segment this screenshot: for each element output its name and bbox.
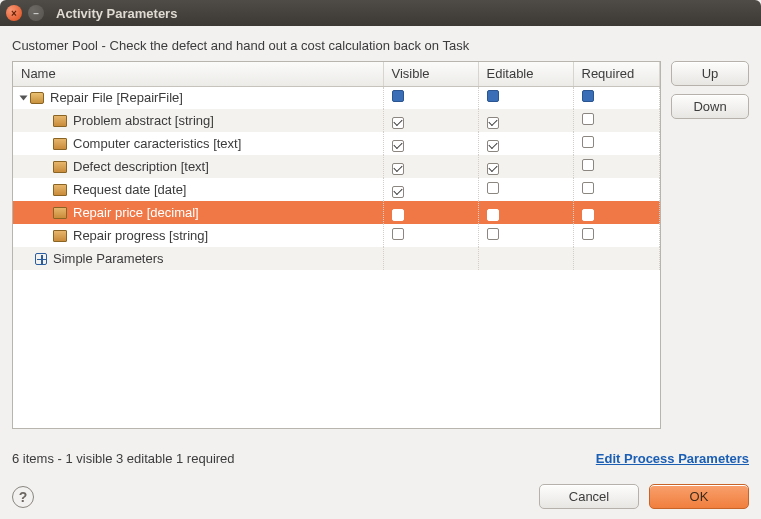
chevron-down-icon[interactable] bbox=[20, 95, 28, 100]
package-icon bbox=[30, 92, 44, 104]
checkbox[interactable] bbox=[582, 209, 594, 221]
table-row[interactable]: Repair price [decimal] bbox=[13, 201, 660, 224]
ok-button[interactable]: OK bbox=[649, 484, 749, 509]
checkbox[interactable] bbox=[582, 159, 594, 171]
field-icon bbox=[53, 184, 67, 196]
checkbox[interactable] bbox=[487, 163, 499, 175]
checkbox[interactable] bbox=[487, 182, 499, 194]
parameters-table: Name Visible Editable Required Repair Fi… bbox=[12, 61, 661, 429]
row-label: Repair progress [string] bbox=[73, 228, 208, 243]
checkbox[interactable] bbox=[487, 228, 499, 240]
row-label: Computer caracteristics [text] bbox=[73, 136, 241, 151]
col-visible[interactable]: Visible bbox=[383, 62, 478, 86]
down-button[interactable]: Down bbox=[671, 94, 749, 119]
checkbox[interactable] bbox=[392, 186, 404, 198]
field-icon bbox=[53, 138, 67, 150]
checkbox[interactable] bbox=[582, 136, 594, 148]
table-row[interactable]: Repair File [RepairFile] bbox=[13, 86, 660, 109]
checkbox[interactable] bbox=[392, 140, 404, 152]
checkbox-icon[interactable] bbox=[392, 90, 404, 102]
simple-params-icon bbox=[35, 253, 47, 265]
table-row[interactable]: Computer caracteristics [text] bbox=[13, 132, 660, 155]
status-text: 6 items - 1 visible 3 editable 1 require… bbox=[12, 451, 235, 466]
row-label: Repair price [decimal] bbox=[73, 205, 199, 220]
minimize-icon[interactable]: – bbox=[28, 5, 44, 21]
checkbox[interactable] bbox=[392, 209, 404, 221]
close-icon[interactable]: × bbox=[6, 5, 22, 21]
cancel-button[interactable]: Cancel bbox=[539, 484, 639, 509]
col-editable[interactable]: Editable bbox=[478, 62, 573, 86]
up-button[interactable]: Up bbox=[671, 61, 749, 86]
field-icon bbox=[53, 230, 67, 242]
col-required[interactable]: Required bbox=[573, 62, 660, 86]
help-icon[interactable]: ? bbox=[12, 486, 34, 508]
checkbox[interactable] bbox=[582, 228, 594, 240]
row-label: Repair File [RepairFile] bbox=[50, 90, 183, 105]
checkbox-icon[interactable] bbox=[487, 90, 499, 102]
col-name[interactable]: Name bbox=[13, 62, 383, 86]
table-row[interactable]: Problem abstract [string] bbox=[13, 109, 660, 132]
row-label: Defect description [text] bbox=[73, 159, 209, 174]
checkbox[interactable] bbox=[487, 209, 499, 221]
checkbox[interactable] bbox=[487, 117, 499, 129]
checkbox[interactable] bbox=[392, 163, 404, 175]
titlebar: × – Activity Parameters bbox=[0, 0, 761, 26]
checkbox[interactable] bbox=[582, 182, 594, 194]
field-icon bbox=[53, 161, 67, 173]
subtitle: Customer Pool - Check the defect and han… bbox=[12, 38, 749, 53]
checkbox[interactable] bbox=[392, 117, 404, 129]
table-row[interactable]: Simple Parameters bbox=[13, 247, 660, 270]
row-label: Problem abstract [string] bbox=[73, 113, 214, 128]
row-label: Simple Parameters bbox=[53, 251, 164, 266]
checkbox[interactable] bbox=[392, 228, 404, 240]
field-icon bbox=[53, 207, 67, 219]
table-row[interactable]: Request date [date] bbox=[13, 178, 660, 201]
edit-process-parameters-link[interactable]: Edit Process Parameters bbox=[596, 451, 749, 466]
field-icon bbox=[53, 115, 67, 127]
checkbox[interactable] bbox=[487, 140, 499, 152]
checkbox-icon[interactable] bbox=[582, 90, 594, 102]
table-row[interactable]: Defect description [text] bbox=[13, 155, 660, 178]
row-label: Request date [date] bbox=[73, 182, 186, 197]
table-row[interactable]: Repair progress [string] bbox=[13, 224, 660, 247]
checkbox[interactable] bbox=[582, 113, 594, 125]
window-title: Activity Parameters bbox=[56, 6, 177, 21]
